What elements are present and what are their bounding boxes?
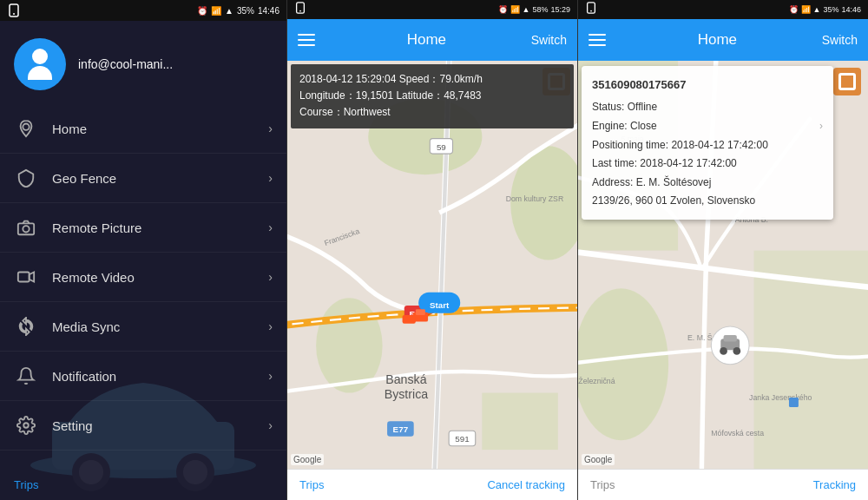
signal-icon-3: ▲ — [813, 5, 821, 14]
phone-icon — [7, 3, 21, 17]
switch-button-3[interactable]: Switch — [822, 33, 858, 47]
svg-rect-36 — [403, 315, 416, 324]
nav-item-remote-video[interactable]: Remote Video › — [0, 253, 286, 302]
signal-icon-2: ▲ — [523, 5, 530, 14]
google-watermark-2: Google — [291, 454, 324, 465]
time-3: 14:46 — [841, 5, 861, 14]
time-2: 15:29 — [550, 5, 570, 14]
map-bg-2: E77 591 59 R1 Banská Bystrica Franciscka… — [287, 61, 577, 469]
svg-point-4 — [23, 226, 29, 232]
cancel-tracking-button[interactable]: Cancel tracking — [487, 478, 565, 491]
svg-text:E77: E77 — [393, 424, 409, 434]
address-text: Address: E. M. Šoltésovej 2139/26, 960 0… — [592, 174, 755, 211]
nav-label-geo-fence: Geo Fence — [52, 171, 268, 186]
svg-text:Start: Start — [430, 300, 450, 310]
info-line1: 2018-04-12 15:29:04 Speed：79.0km/h — [299, 71, 565, 88]
nav-item-remote-picture[interactable]: Remote Picture › — [0, 203, 286, 253]
map-container-2: E77 591 59 R1 Banská Bystrica Franciscka… — [287, 61, 577, 469]
svg-point-42 — [578, 288, 668, 440]
status-bar-2: ⏰ 📶 ▲ 58% 15:29 — [287, 0, 577, 19]
svg-text:Banská: Banská — [385, 372, 426, 386]
chevron-right-icon: › — [268, 319, 273, 333]
profile-area: info@cool-mani... — [0, 21, 286, 104]
video-icon — [14, 265, 38, 289]
engine-row[interactable]: Engine: Close › — [592, 117, 823, 136]
nav-label-setting: Setting — [52, 418, 268, 433]
trips-link[interactable]: Trips — [14, 478, 38, 491]
svg-text:Janka Jesenského: Janka Jesenského — [749, 393, 812, 402]
nav-label-remote-picture: Remote Picture — [52, 220, 268, 235]
wifi-icon-2: 📶 — [510, 5, 520, 14]
map-container-3: Antona B. 5 maja E. M. Šolt. Železničná … — [578, 61, 868, 469]
engine-text: Engine: Close — [592, 117, 657, 136]
svg-text:591: 591 — [455, 434, 469, 444]
info-line2: Longitude：19,1501 Latitude：48,7483 — [299, 88, 565, 104]
trips-link-3[interactable]: Trips — [590, 478, 615, 491]
chevron-right-icon: › — [268, 270, 273, 284]
svg-text:Železničná: Železničná — [578, 377, 615, 385]
device-info-card: 351609080175667 Status: Offline Engine: … — [582, 66, 833, 220]
battery-pct-3: 35% — [823, 5, 838, 14]
layers-icon-3[interactable] — [833, 68, 861, 95]
svg-rect-19 — [482, 393, 557, 451]
wifi-icon: 📶 — [211, 6, 221, 16]
shield-icon — [14, 166, 38, 190]
device-id: 351609080175667 — [592, 75, 823, 95]
alarm-icon-2: ⏰ — [498, 5, 508, 14]
battery-percent: 35% — [237, 6, 254, 16]
status-row: Status: Offline — [592, 98, 823, 117]
status-icons-right-3: ⏰ 📶 ▲ 35% 14:46 — [789, 5, 861, 14]
nav-item-notification[interactable]: Notification › — [0, 352, 286, 401]
nav-label-home: Home — [52, 122, 268, 136]
svg-text:Mófovská cesta: Mófovská cesta — [711, 429, 764, 438]
svg-point-1 — [13, 13, 15, 15]
svg-rect-35 — [416, 309, 425, 315]
svg-point-14 — [299, 10, 301, 12]
bell-icon — [14, 364, 38, 388]
nav-item-home[interactable]: Home › — [0, 104, 286, 154]
status-bar-1: ⏰ 📶 ▲ 35% 14:46 — [0, 0, 286, 21]
chevron-right-icon: › — [268, 171, 273, 185]
svg-text:59: 59 — [437, 142, 446, 152]
chevron-right-icon: › — [268, 369, 273, 383]
hamburger-menu-2[interactable] — [298, 34, 315, 46]
avatar — [14, 38, 66, 90]
positioning-row: Positioning time: 2018-04-12 17:42:00 — [592, 136, 823, 155]
status-time: 14:46 — [258, 6, 279, 16]
nav-item-setting[interactable]: Setting › — [0, 401, 286, 451]
status-text: Status: Offline — [592, 98, 657, 117]
status-bar-3: ⏰ 📶 ▲ 35% 14:46 — [578, 0, 868, 19]
trips-link-2[interactable]: Trips — [299, 478, 324, 491]
sync-icon — [14, 314, 38, 339]
nav-item-media-sync[interactable]: Media Sync › — [0, 302, 286, 352]
hamburger-menu-3[interactable] — [589, 34, 606, 46]
panel-right: ⏰ 📶 ▲ 35% 14:46 Home Switch — [577, 0, 868, 500]
nav-item-geo-fence[interactable]: Geo Fence › — [0, 154, 286, 203]
alarm-icon-3: ⏰ — [789, 5, 799, 14]
tracking-button[interactable]: Tracking — [813, 478, 856, 491]
phone-icon-3 — [585, 2, 597, 17]
status-icons-left — [7, 3, 21, 17]
chevron-right-icon: › — [268, 122, 273, 135]
map-bg-3: Antona B. 5 maja E. M. Šolt. Železničná … — [578, 61, 868, 469]
map-bottom-bar-2: Trips Cancel tracking — [287, 469, 577, 500]
info-popup-2: 2018-04-12 15:29:04 Speed：79.0km/h Longi… — [291, 64, 574, 128]
svg-point-52 — [720, 347, 727, 355]
lasttime-row: Last time: 2018-04-12 17:42:00 — [592, 155, 823, 174]
chevron-right-icon: › — [819, 117, 823, 136]
wifi-icon-3: 📶 — [801, 5, 811, 14]
app-header-3: Home Switch — [578, 19, 868, 61]
positioning-text: Positioning time: 2018-04-12 17:42:00 — [592, 136, 768, 155]
svg-rect-54 — [789, 398, 799, 407]
svg-text:Dom kultury ZSR: Dom kultury ZSR — [506, 194, 564, 203]
signal-icon: ▲ — [225, 6, 233, 16]
header-title-3: Home — [613, 31, 822, 49]
panel-middle: ⏰ 📶 ▲ 58% 15:29 Home Switch — [286, 0, 577, 500]
nav-menu: Home › Geo Fence › Remote Picture — [0, 104, 286, 500]
svg-rect-51 — [724, 335, 737, 342]
nav-label-media-sync: Media Sync — [52, 319, 268, 334]
switch-button-2[interactable]: Switch — [531, 33, 567, 47]
chevron-right-icon: › — [268, 418, 273, 432]
google-watermark-3: Google — [582, 454, 615, 465]
app-header-2: Home Switch — [287, 19, 577, 61]
